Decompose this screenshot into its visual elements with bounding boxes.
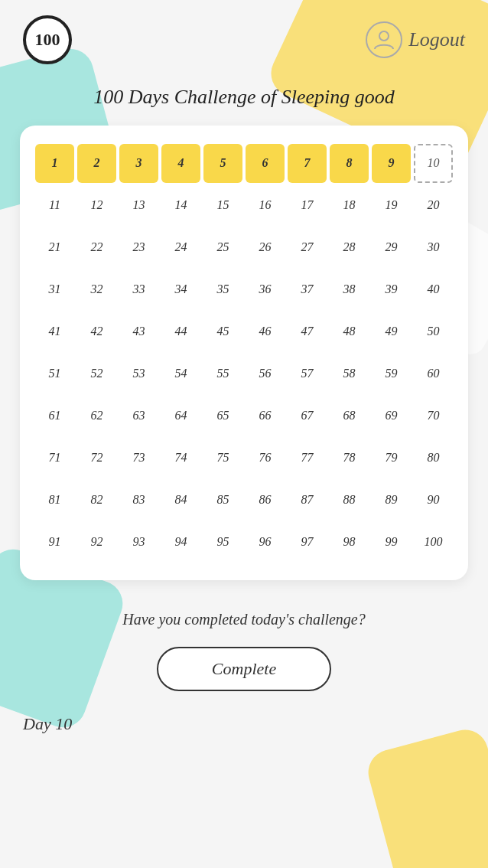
day-cell-52: 52 xyxy=(77,354,116,393)
day-cell-43: 43 xyxy=(119,312,158,351)
day-cell-47: 47 xyxy=(288,312,327,351)
logout-button[interactable]: Logout xyxy=(366,21,465,58)
question-area: Have you completed today's challenge? Co… xyxy=(0,603,488,706)
day-cell-48: 48 xyxy=(330,312,369,351)
day-cell-51: 51 xyxy=(35,354,74,393)
day-cell-6: 6 xyxy=(246,144,285,183)
day-cell-24: 24 xyxy=(161,228,200,267)
day-cell-96: 96 xyxy=(246,523,285,562)
day-cell-65: 65 xyxy=(203,396,242,436)
day-cell-46: 46 xyxy=(246,312,285,351)
day-cell-15: 15 xyxy=(203,186,242,225)
day-cell-49: 49 xyxy=(372,312,411,351)
day-cell-68: 68 xyxy=(330,396,369,436)
day-cell-94: 94 xyxy=(161,523,200,562)
day-cell-25: 25 xyxy=(203,228,242,267)
day-cell-37: 37 xyxy=(288,270,327,309)
day-cell-63: 63 xyxy=(119,396,158,436)
day-cell-78: 78 xyxy=(330,439,369,478)
day-cell-50: 50 xyxy=(414,312,453,351)
day-cell-10: 10 xyxy=(414,144,453,183)
day-grid: 1234567891011121314151617181920212223242… xyxy=(35,144,453,562)
day-cell-44: 44 xyxy=(161,312,200,351)
day-cell-72: 72 xyxy=(77,439,116,478)
day-cell-74: 74 xyxy=(161,439,200,478)
day-cell-92: 92 xyxy=(77,523,116,562)
page-title: 100 Days Challenge of Sleeping good xyxy=(0,72,488,126)
day-cell-66: 66 xyxy=(246,396,285,436)
day-cell-16: 16 xyxy=(246,186,285,225)
day-cell-13: 13 xyxy=(119,186,158,225)
day-cell-19: 19 xyxy=(372,186,411,225)
day-cell-77: 77 xyxy=(288,439,327,478)
day-cell-23: 23 xyxy=(119,228,158,267)
day-cell-11: 11 xyxy=(35,186,74,225)
day-grid-card: 1234567891011121314151617181920212223242… xyxy=(20,126,468,580)
day-cell-54: 54 xyxy=(161,354,200,393)
day-cell-32: 32 xyxy=(77,270,116,309)
complete-button[interactable]: Complete xyxy=(157,647,331,691)
day-cell-7: 7 xyxy=(288,144,327,183)
user-icon xyxy=(366,21,402,58)
day-cell-75: 75 xyxy=(203,439,242,478)
day-cell-53: 53 xyxy=(119,354,158,393)
day-cell-38: 38 xyxy=(330,270,369,309)
svg-point-0 xyxy=(379,31,389,41)
day-cell-40: 40 xyxy=(414,270,453,309)
day-cell-55: 55 xyxy=(203,354,242,393)
day-cell-39: 39 xyxy=(372,270,411,309)
day-cell-58: 58 xyxy=(330,354,369,393)
day-cell-62: 62 xyxy=(77,396,116,436)
day-cell-4: 4 xyxy=(161,144,200,183)
day-cell-85: 85 xyxy=(203,481,242,520)
header: 100 Logout xyxy=(0,0,488,72)
day-cell-20: 20 xyxy=(414,186,453,225)
day-cell-2: 2 xyxy=(77,144,116,183)
day-cell-83: 83 xyxy=(119,481,158,520)
day-cell-79: 79 xyxy=(372,439,411,478)
day-cell-80: 80 xyxy=(414,439,453,478)
day-cell-34: 34 xyxy=(161,270,200,309)
bg-shape-yellow-bottom-right xyxy=(363,725,488,868)
day-cell-1: 1 xyxy=(35,144,74,183)
day-cell-82: 82 xyxy=(77,481,116,520)
day-cell-12: 12 xyxy=(77,186,116,225)
day-cell-29: 29 xyxy=(372,228,411,267)
day-cell-31: 31 xyxy=(35,270,74,309)
day-cell-97: 97 xyxy=(288,523,327,562)
day-cell-3: 3 xyxy=(119,144,158,183)
day-cell-88: 88 xyxy=(330,481,369,520)
day-cell-71: 71 xyxy=(35,439,74,478)
day-cell-95: 95 xyxy=(203,523,242,562)
day-cell-5: 5 xyxy=(203,144,242,183)
day-cell-30: 30 xyxy=(414,228,453,267)
day-cell-59: 59 xyxy=(372,354,411,393)
day-cell-70: 70 xyxy=(414,396,453,436)
day-cell-67: 67 xyxy=(288,396,327,436)
day-cell-87: 87 xyxy=(288,481,327,520)
day-cell-60: 60 xyxy=(414,354,453,393)
day-cell-21: 21 xyxy=(35,228,74,267)
day-cell-86: 86 xyxy=(246,481,285,520)
day-cell-33: 33 xyxy=(119,270,158,309)
day-cell-91: 91 xyxy=(35,523,74,562)
question-text: Have you completed today's challenge? xyxy=(15,611,473,628)
logout-label[interactable]: Logout xyxy=(408,28,465,51)
day-cell-98: 98 xyxy=(330,523,369,562)
day-cell-27: 27 xyxy=(288,228,327,267)
day-cell-17: 17 xyxy=(288,186,327,225)
day-cell-56: 56 xyxy=(246,354,285,393)
day-cell-26: 26 xyxy=(246,228,285,267)
day-cell-41: 41 xyxy=(35,312,74,351)
logo-badge: 100 xyxy=(23,15,72,64)
day-cell-61: 61 xyxy=(35,396,74,436)
day-cell-57: 57 xyxy=(288,354,327,393)
day-cell-100: 100 xyxy=(414,523,453,562)
day-cell-45: 45 xyxy=(203,312,242,351)
day-cell-36: 36 xyxy=(246,270,285,309)
day-cell-90: 90 xyxy=(414,481,453,520)
day-cell-69: 69 xyxy=(372,396,411,436)
day-cell-76: 76 xyxy=(246,439,285,478)
day-cell-18: 18 xyxy=(330,186,369,225)
day-cell-93: 93 xyxy=(119,523,158,562)
